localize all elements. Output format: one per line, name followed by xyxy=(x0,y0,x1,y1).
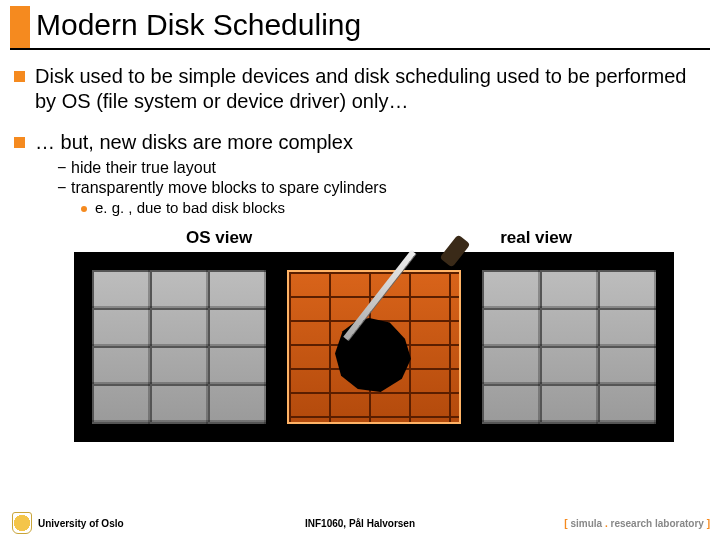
square-bullet-icon xyxy=(14,137,25,148)
subsub-bullet-text: e. g. , due to bad disk blocks xyxy=(95,199,285,216)
title-block: Modern Disk Scheduling xyxy=(10,6,720,48)
bullet-2: … but, new disks are more complex − hide… xyxy=(14,130,698,218)
sub-bullet: − transparently move blocks to spare cyl… xyxy=(57,179,698,197)
subsub-bullet: e. g. , due to bad disk blocks xyxy=(81,199,698,216)
slide-footer: University of Oslo INF1060, Pål Halvorse… xyxy=(0,512,720,534)
dash-icon: − xyxy=(57,159,71,177)
figure-brick-walls xyxy=(74,252,674,442)
footer-left: University of Oslo xyxy=(12,512,124,534)
title-accent-bar xyxy=(10,6,30,48)
label-real-view: real view xyxy=(500,228,572,248)
footer-lab-word1: simula xyxy=(570,518,602,529)
dash-icon: − xyxy=(57,179,71,197)
sub-bullet-text: transparently move blocks to spare cylin… xyxy=(71,179,387,197)
label-os-view: OS view xyxy=(186,228,252,248)
bracket-close: ] xyxy=(704,518,710,529)
footer-lab-word2: research laboratory xyxy=(611,518,704,529)
figure-labels: OS view real view xyxy=(14,228,698,248)
figure-panel-breaking-wall xyxy=(287,270,461,424)
sub-bullet: − hide their true layout xyxy=(57,159,698,177)
wall-hole xyxy=(323,310,423,400)
footer-university: University of Oslo xyxy=(38,518,124,529)
bullet-1-text: Disk used to be simple devices and disk … xyxy=(35,64,698,114)
slide-body: Disk used to be simple devices and disk … xyxy=(0,50,720,442)
footer-lab-dot: . xyxy=(602,518,610,529)
bullet-2-text: … but, new disks are more complex xyxy=(35,130,698,155)
university-crest-icon xyxy=(12,512,32,534)
dot-bullet-icon xyxy=(81,206,87,212)
page-title: Modern Disk Scheduling xyxy=(36,6,361,48)
footer-course-author: INF1060, Pål Halvorsen xyxy=(305,518,415,529)
bullet-2-sublist: − hide their true layout − transparently… xyxy=(35,159,698,216)
figure-panel-real-view xyxy=(482,270,656,424)
footer-lab: [ simula . research laboratory ] xyxy=(564,518,710,529)
sub-bullet-text: hide their true layout xyxy=(71,159,216,177)
square-bullet-icon xyxy=(14,71,25,82)
bullet-1: Disk used to be simple devices and disk … xyxy=(14,64,698,114)
figure-panel-os-view xyxy=(92,270,266,424)
